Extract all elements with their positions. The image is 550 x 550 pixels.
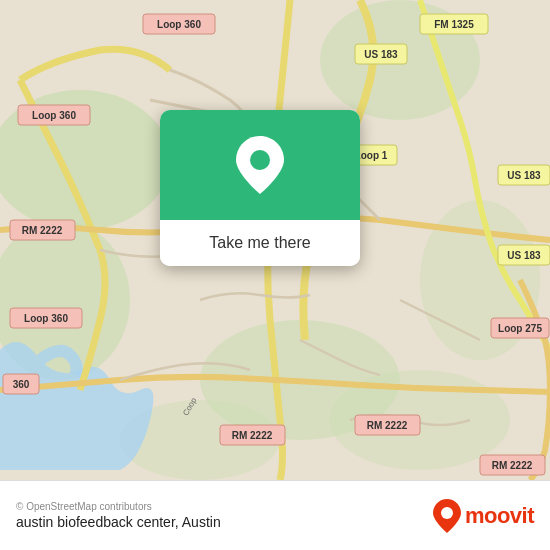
svg-text:Loop 360: Loop 360 bbox=[24, 313, 68, 324]
location-pin-icon bbox=[236, 136, 284, 194]
svg-text:Loop 360: Loop 360 bbox=[157, 19, 201, 30]
svg-text:FM 1325: FM 1325 bbox=[434, 19, 474, 30]
svg-text:US 183: US 183 bbox=[507, 250, 541, 261]
moovit-pin-icon bbox=[433, 499, 461, 533]
svg-text:RM 2222: RM 2222 bbox=[22, 225, 63, 236]
moovit-wordmark: moovit bbox=[465, 503, 534, 529]
osm-attribution: © OpenStreetMap contributors bbox=[16, 501, 221, 512]
popup-green-area bbox=[160, 110, 360, 220]
bottom-bar: © OpenStreetMap contributors austin biof… bbox=[0, 480, 550, 550]
svg-text:Loop 275: Loop 275 bbox=[498, 323, 542, 334]
take-me-there-button[interactable]: Take me there bbox=[160, 220, 360, 266]
svg-text:RM 2222: RM 2222 bbox=[232, 430, 273, 441]
bottom-left-info: © OpenStreetMap contributors austin biof… bbox=[16, 501, 221, 530]
location-text: austin biofeedback center, Austin bbox=[16, 514, 221, 530]
svg-text:US 183: US 183 bbox=[364, 49, 398, 60]
svg-text:RM 2222: RM 2222 bbox=[492, 460, 533, 471]
moovit-logo: moovit bbox=[433, 499, 534, 533]
svg-text:Loop 360: Loop 360 bbox=[32, 110, 76, 121]
svg-text:RM 2222: RM 2222 bbox=[367, 420, 408, 431]
map-container: FM 1325 US 183 US 183 US 183 Loop 360 Lo… bbox=[0, 0, 550, 480]
svg-text:US 183: US 183 bbox=[507, 170, 541, 181]
svg-point-38 bbox=[441, 507, 453, 519]
svg-point-37 bbox=[250, 150, 270, 170]
popup-card: Take me there bbox=[160, 110, 360, 266]
svg-text:360: 360 bbox=[13, 379, 30, 390]
